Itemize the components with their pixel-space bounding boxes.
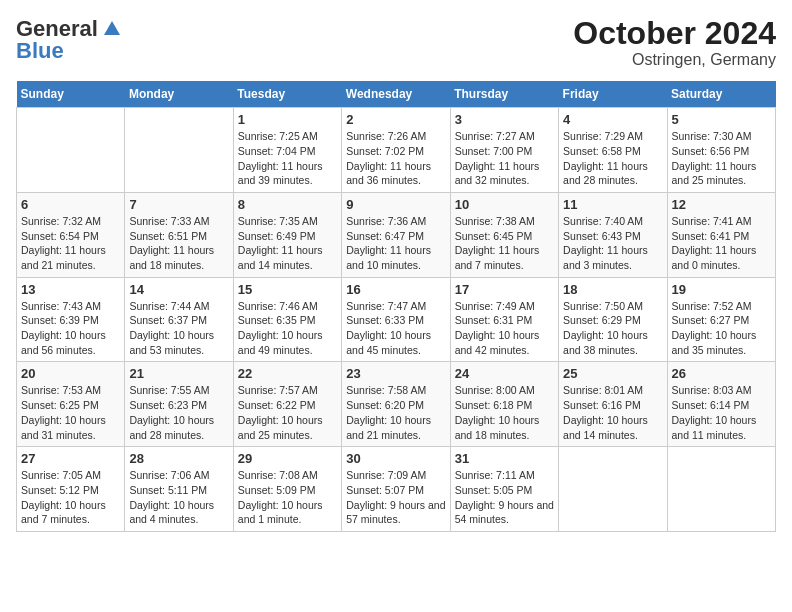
day-number: 4 — [563, 112, 662, 127]
day-info: Sunrise: 7:50 AM Sunset: 6:29 PM Dayligh… — [563, 299, 662, 358]
day-cell: 25Sunrise: 8:01 AM Sunset: 6:16 PM Dayli… — [559, 362, 667, 447]
logo: General Blue — [16, 16, 122, 64]
day-cell: 11Sunrise: 7:40 AM Sunset: 6:43 PM Dayli… — [559, 192, 667, 277]
day-cell: 19Sunrise: 7:52 AM Sunset: 6:27 PM Dayli… — [667, 277, 775, 362]
day-cell: 7Sunrise: 7:33 AM Sunset: 6:51 PM Daylig… — [125, 192, 233, 277]
day-info: Sunrise: 7:47 AM Sunset: 6:33 PM Dayligh… — [346, 299, 445, 358]
day-cell: 5Sunrise: 7:30 AM Sunset: 6:56 PM Daylig… — [667, 108, 775, 193]
day-number: 14 — [129, 282, 228, 297]
day-number: 8 — [238, 197, 337, 212]
svg-marker-0 — [104, 21, 120, 35]
day-number: 30 — [346, 451, 445, 466]
day-number: 23 — [346, 366, 445, 381]
day-info: Sunrise: 7:38 AM Sunset: 6:45 PM Dayligh… — [455, 214, 554, 273]
day-info: Sunrise: 7:49 AM Sunset: 6:31 PM Dayligh… — [455, 299, 554, 358]
day-info: Sunrise: 7:06 AM Sunset: 5:11 PM Dayligh… — [129, 468, 228, 527]
day-number: 27 — [21, 451, 120, 466]
week-row-3: 13Sunrise: 7:43 AM Sunset: 6:39 PM Dayli… — [17, 277, 776, 362]
day-number: 7 — [129, 197, 228, 212]
day-info: Sunrise: 7:29 AM Sunset: 6:58 PM Dayligh… — [563, 129, 662, 188]
day-cell: 26Sunrise: 8:03 AM Sunset: 6:14 PM Dayli… — [667, 362, 775, 447]
page-header: General Blue October 2024 Ostringen, Ger… — [16, 16, 776, 69]
day-cell: 1Sunrise: 7:25 AM Sunset: 7:04 PM Daylig… — [233, 108, 341, 193]
day-number: 29 — [238, 451, 337, 466]
day-number: 3 — [455, 112, 554, 127]
day-number: 26 — [672, 366, 771, 381]
calendar-table: SundayMondayTuesdayWednesdayThursdayFrid… — [16, 81, 776, 532]
day-cell: 28Sunrise: 7:06 AM Sunset: 5:11 PM Dayli… — [125, 447, 233, 532]
day-number: 22 — [238, 366, 337, 381]
day-cell: 22Sunrise: 7:57 AM Sunset: 6:22 PM Dayli… — [233, 362, 341, 447]
day-info: Sunrise: 7:27 AM Sunset: 7:00 PM Dayligh… — [455, 129, 554, 188]
weekday-header-wednesday: Wednesday — [342, 81, 450, 108]
day-info: Sunrise: 7:09 AM Sunset: 5:07 PM Dayligh… — [346, 468, 445, 527]
logo-icon — [102, 19, 122, 39]
day-info: Sunrise: 7:41 AM Sunset: 6:41 PM Dayligh… — [672, 214, 771, 273]
week-row-1: 1Sunrise: 7:25 AM Sunset: 7:04 PM Daylig… — [17, 108, 776, 193]
day-cell: 24Sunrise: 8:00 AM Sunset: 6:18 PM Dayli… — [450, 362, 558, 447]
day-number: 6 — [21, 197, 120, 212]
day-info: Sunrise: 7:53 AM Sunset: 6:25 PM Dayligh… — [21, 383, 120, 442]
day-number: 25 — [563, 366, 662, 381]
day-cell: 13Sunrise: 7:43 AM Sunset: 6:39 PM Dayli… — [17, 277, 125, 362]
day-number: 24 — [455, 366, 554, 381]
weekday-header-sunday: Sunday — [17, 81, 125, 108]
day-cell — [667, 447, 775, 532]
day-cell: 27Sunrise: 7:05 AM Sunset: 5:12 PM Dayli… — [17, 447, 125, 532]
day-info: Sunrise: 7:43 AM Sunset: 6:39 PM Dayligh… — [21, 299, 120, 358]
day-info: Sunrise: 7:40 AM Sunset: 6:43 PM Dayligh… — [563, 214, 662, 273]
day-info: Sunrise: 7:30 AM Sunset: 6:56 PM Dayligh… — [672, 129, 771, 188]
day-number: 9 — [346, 197, 445, 212]
day-info: Sunrise: 7:57 AM Sunset: 6:22 PM Dayligh… — [238, 383, 337, 442]
weekday-header-tuesday: Tuesday — [233, 81, 341, 108]
day-cell: 6Sunrise: 7:32 AM Sunset: 6:54 PM Daylig… — [17, 192, 125, 277]
day-info: Sunrise: 7:33 AM Sunset: 6:51 PM Dayligh… — [129, 214, 228, 273]
day-cell — [559, 447, 667, 532]
day-cell: 12Sunrise: 7:41 AM Sunset: 6:41 PM Dayli… — [667, 192, 775, 277]
day-cell: 23Sunrise: 7:58 AM Sunset: 6:20 PM Dayli… — [342, 362, 450, 447]
month-title: October 2024 — [573, 16, 776, 51]
day-cell: 21Sunrise: 7:55 AM Sunset: 6:23 PM Dayli… — [125, 362, 233, 447]
weekday-header-saturday: Saturday — [667, 81, 775, 108]
day-number: 16 — [346, 282, 445, 297]
day-cell: 8Sunrise: 7:35 AM Sunset: 6:49 PM Daylig… — [233, 192, 341, 277]
title-block: October 2024 Ostringen, Germany — [573, 16, 776, 69]
day-number: 12 — [672, 197, 771, 212]
week-row-2: 6Sunrise: 7:32 AM Sunset: 6:54 PM Daylig… — [17, 192, 776, 277]
logo-blue-text: Blue — [16, 38, 64, 64]
day-cell: 16Sunrise: 7:47 AM Sunset: 6:33 PM Dayli… — [342, 277, 450, 362]
day-number: 13 — [21, 282, 120, 297]
location: Ostringen, Germany — [573, 51, 776, 69]
weekday-header-friday: Friday — [559, 81, 667, 108]
day-number: 21 — [129, 366, 228, 381]
day-cell: 9Sunrise: 7:36 AM Sunset: 6:47 PM Daylig… — [342, 192, 450, 277]
day-number: 18 — [563, 282, 662, 297]
day-cell: 31Sunrise: 7:11 AM Sunset: 5:05 PM Dayli… — [450, 447, 558, 532]
day-number: 31 — [455, 451, 554, 466]
day-info: Sunrise: 7:08 AM Sunset: 5:09 PM Dayligh… — [238, 468, 337, 527]
weekday-header-monday: Monday — [125, 81, 233, 108]
day-info: Sunrise: 7:35 AM Sunset: 6:49 PM Dayligh… — [238, 214, 337, 273]
day-info: Sunrise: 7:55 AM Sunset: 6:23 PM Dayligh… — [129, 383, 228, 442]
day-number: 5 — [672, 112, 771, 127]
day-cell: 3Sunrise: 7:27 AM Sunset: 7:00 PM Daylig… — [450, 108, 558, 193]
weekday-header-row: SundayMondayTuesdayWednesdayThursdayFrid… — [17, 81, 776, 108]
day-number: 10 — [455, 197, 554, 212]
day-info: Sunrise: 7:25 AM Sunset: 7:04 PM Dayligh… — [238, 129, 337, 188]
day-info: Sunrise: 7:11 AM Sunset: 5:05 PM Dayligh… — [455, 468, 554, 527]
day-cell — [17, 108, 125, 193]
day-info: Sunrise: 7:36 AM Sunset: 6:47 PM Dayligh… — [346, 214, 445, 273]
day-info: Sunrise: 7:05 AM Sunset: 5:12 PM Dayligh… — [21, 468, 120, 527]
day-cell — [125, 108, 233, 193]
day-cell: 2Sunrise: 7:26 AM Sunset: 7:02 PM Daylig… — [342, 108, 450, 193]
day-info: Sunrise: 7:44 AM Sunset: 6:37 PM Dayligh… — [129, 299, 228, 358]
day-cell: 15Sunrise: 7:46 AM Sunset: 6:35 PM Dayli… — [233, 277, 341, 362]
weekday-header-thursday: Thursday — [450, 81, 558, 108]
day-cell: 18Sunrise: 7:50 AM Sunset: 6:29 PM Dayli… — [559, 277, 667, 362]
day-cell: 17Sunrise: 7:49 AM Sunset: 6:31 PM Dayli… — [450, 277, 558, 362]
day-info: Sunrise: 7:58 AM Sunset: 6:20 PM Dayligh… — [346, 383, 445, 442]
day-number: 28 — [129, 451, 228, 466]
day-number: 15 — [238, 282, 337, 297]
day-info: Sunrise: 8:00 AM Sunset: 6:18 PM Dayligh… — [455, 383, 554, 442]
day-info: Sunrise: 7:26 AM Sunset: 7:02 PM Dayligh… — [346, 129, 445, 188]
